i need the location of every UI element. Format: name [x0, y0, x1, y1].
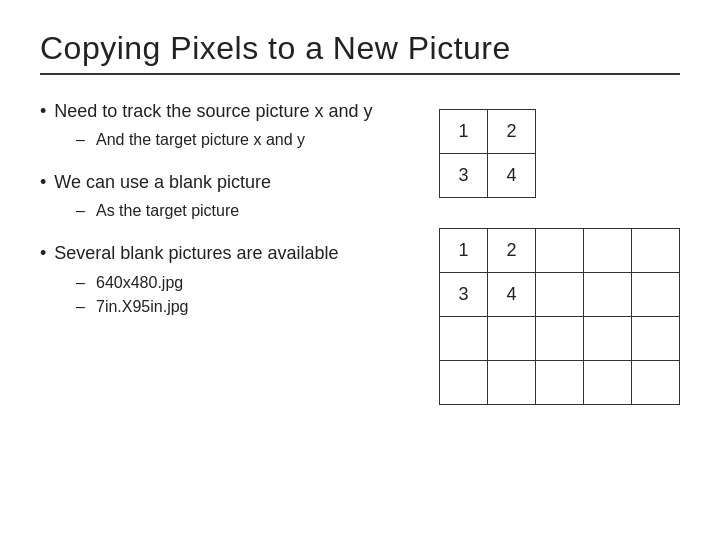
grid-cell	[440, 361, 488, 405]
grid-cell: 1	[440, 229, 488, 273]
left-column: • Need to track the source picture x and…	[40, 99, 409, 405]
grid-cell	[584, 229, 632, 273]
sub-bullet-3-1: 640x480.jpg	[76, 271, 409, 295]
grid-cell: 2	[488, 229, 536, 273]
grid-cell: 1	[440, 110, 488, 154]
grid-cell	[536, 273, 584, 317]
bullet-main-3: • Several blank pictures are available	[40, 241, 409, 266]
grid-cell	[584, 361, 632, 405]
bullet-dot-3: •	[40, 241, 46, 266]
grid-cell	[536, 361, 584, 405]
grid-cell	[632, 361, 680, 405]
grid-cell: 3	[440, 154, 488, 198]
grid-cell	[488, 317, 536, 361]
grid-cell	[440, 317, 488, 361]
large-grid-container: 1234	[439, 228, 680, 405]
bullet-item-3: • Several blank pictures are available 6…	[40, 241, 409, 318]
grid-cell	[584, 317, 632, 361]
bullet-item-2: • We can use a blank picture As the targ…	[40, 170, 409, 223]
grid-cell	[632, 229, 680, 273]
sub-bullet-3-2: 7in.X95in.jpg	[76, 295, 409, 319]
title-section: Copying Pixels to a New Picture	[40, 30, 680, 75]
bullet-text-3: Several blank pictures are available	[54, 241, 338, 266]
grid-cell: 4	[488, 154, 536, 198]
bullet-main-2: • We can use a blank picture	[40, 170, 409, 195]
large-grid-table: 1234	[439, 228, 680, 405]
sub-bullet-1-1: And the target picture x and y	[76, 128, 409, 152]
bullet-main-1: • Need to track the source picture x and…	[40, 99, 409, 124]
bullet-text-2: We can use a blank picture	[54, 170, 271, 195]
page-container: Copying Pixels to a New Picture • Need t…	[0, 0, 720, 540]
right-column: 1234 1234	[439, 99, 680, 405]
grid-cell: 4	[488, 273, 536, 317]
sub-bullet-2-1: As the target picture	[76, 199, 409, 223]
grid-cell	[632, 317, 680, 361]
small-grid-container: 1234	[439, 109, 680, 198]
bullet-dot-1: •	[40, 99, 46, 124]
grid-cell: 2	[488, 110, 536, 154]
grid-cell	[488, 361, 536, 405]
grid-cell	[536, 229, 584, 273]
grid-cell	[536, 317, 584, 361]
bullet-text-1: Need to track the source picture x and y	[54, 99, 372, 124]
page-title: Copying Pixels to a New Picture	[40, 30, 680, 67]
grid-cell: 3	[440, 273, 488, 317]
small-grid-table: 1234	[439, 109, 536, 198]
bullet-item-1: • Need to track the source picture x and…	[40, 99, 409, 152]
grid-cell	[632, 273, 680, 317]
bullet-dot-2: •	[40, 170, 46, 195]
grid-cell	[584, 273, 632, 317]
content-layout: • Need to track the source picture x and…	[40, 99, 680, 405]
